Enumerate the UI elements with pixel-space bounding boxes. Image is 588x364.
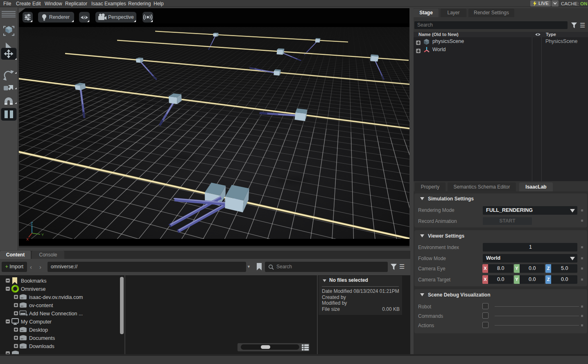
svg-text:Add New Connection ...: Add New Connection ... xyxy=(29,311,83,317)
svg-text:Desktop: Desktop xyxy=(29,327,48,333)
svg-text:Y: Y xyxy=(41,233,44,237)
svg-text:Z: Z xyxy=(31,221,33,225)
svg-text:Omniverse: Omniverse xyxy=(21,286,45,292)
svg-text:Bookmarks: Bookmarks xyxy=(21,278,47,284)
svg-text:isaac-dev.ov.nvidia.com: isaac-dev.ov.nvidia.com xyxy=(29,294,83,300)
svg-text:Documents: Documents xyxy=(29,335,55,341)
svg-text:Downloads: Downloads xyxy=(29,344,54,349)
svg-text:My Computer: My Computer xyxy=(21,319,52,325)
svg-text:ov-content: ov-content xyxy=(29,303,53,308)
svg-text:X: X xyxy=(26,237,29,241)
